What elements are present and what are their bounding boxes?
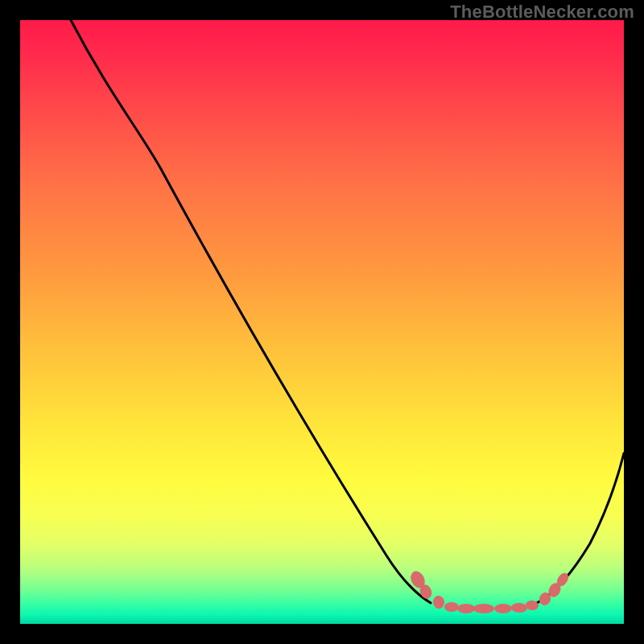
- gradient-background: [20, 20, 624, 624]
- plot-area: [20, 20, 624, 624]
- chart-stage: TheBottleNecker.com: [0, 0, 644, 644]
- valley-marker: [444, 602, 459, 612]
- chart-svg: [20, 20, 624, 624]
- valley-marker: [494, 604, 512, 613]
- valley-marker: [473, 604, 494, 613]
- valley-marker: [457, 604, 475, 613]
